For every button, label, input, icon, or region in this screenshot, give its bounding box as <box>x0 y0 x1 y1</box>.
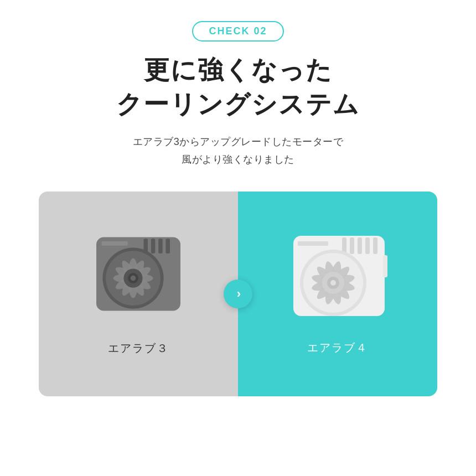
svg-rect-2 <box>151 239 156 253</box>
fan-image-left <box>86 221 191 327</box>
svg-rect-21 <box>365 237 370 254</box>
svg-rect-35 <box>298 241 328 246</box>
svg-point-33 <box>330 280 336 286</box>
check-badge: CHECK 02 <box>192 21 283 42</box>
svg-rect-20 <box>358 237 362 254</box>
check-badge-text: CHECK 02 <box>209 25 267 37</box>
page-wrapper: CHECK 02 更に強くなった クーリングシステム エアラブ3からアップグレー… <box>0 0 476 476</box>
sub-description: エアラブ3からアップグレードしたモーターで 風がより強くなりました <box>133 133 344 168</box>
panel-right: エアラブ４ <box>238 192 437 396</box>
svg-rect-16 <box>102 241 128 246</box>
svg-rect-3 <box>158 239 163 253</box>
svg-rect-34 <box>383 255 387 277</box>
right-panel-label: エアラブ４ <box>307 340 368 355</box>
svg-point-15 <box>131 276 136 281</box>
arrow-icon: › <box>237 287 241 301</box>
main-title: 更に強くなった クーリングシステム <box>116 53 360 121</box>
title-line1: 更に強くなった <box>144 55 333 84</box>
fan-image-right <box>282 222 393 333</box>
arrow-circle: › <box>224 280 252 308</box>
svg-rect-22 <box>373 237 377 254</box>
panel-left: エアラブ３ <box>39 192 238 396</box>
description-line2: 風がより強くなりました <box>182 154 294 165</box>
left-panel-label: エアラブ３ <box>108 341 169 356</box>
svg-rect-19 <box>350 237 354 254</box>
comparison-container: エアラブ３ › <box>39 192 437 396</box>
title-line2: クーリングシステム <box>116 90 360 118</box>
svg-rect-4 <box>165 239 170 253</box>
description-line1: エアラブ3からアップグレードしたモーターで <box>133 136 344 147</box>
